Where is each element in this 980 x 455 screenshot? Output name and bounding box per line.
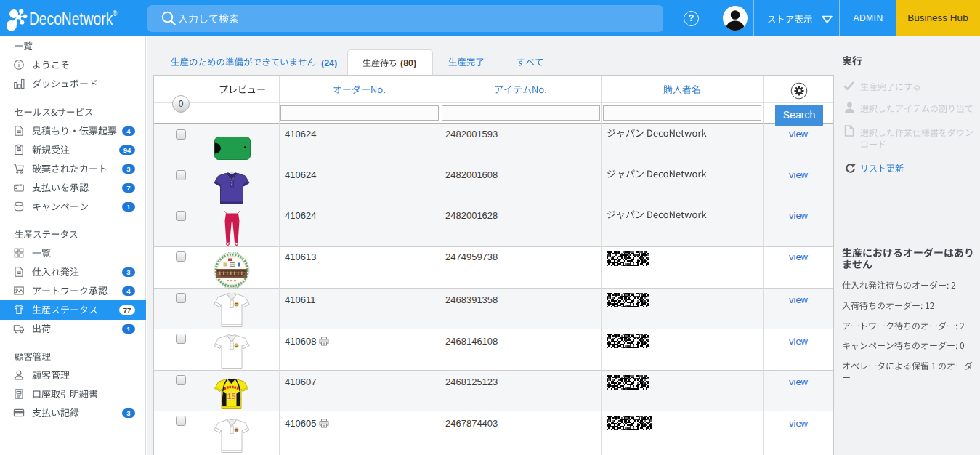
svg-text:15: 15 [227, 392, 235, 400]
